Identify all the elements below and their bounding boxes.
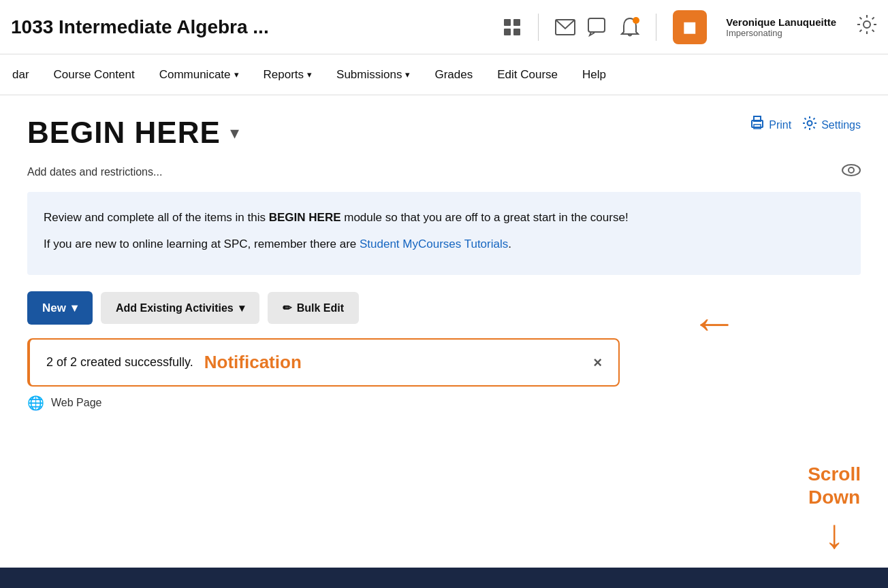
svg-point-6 (863, 21, 870, 28)
description-paragraph-2: If you are new to online learning at SPC… (44, 235, 844, 253)
divider-1 (538, 14, 539, 41)
nav-item-dar[interactable]: dar (0, 54, 42, 95)
nav-item-reports[interactable]: Reports ▾ (251, 54, 325, 95)
svg-rect-3 (513, 29, 520, 35)
chat-icon-button[interactable] (588, 18, 608, 37)
dates-text: Add dates and restrictions... (27, 166, 162, 178)
nav-label-dar: dar (12, 68, 29, 82)
nav-item-communicate[interactable]: Communicate ▾ (147, 54, 251, 95)
nav-item-submissions[interactable]: Submissions ▾ (324, 54, 422, 95)
chevron-down-icon: ▾ (234, 69, 239, 80)
web-page-row: 🌐 Web Page (27, 395, 861, 411)
notification-bar: 2 of 2 created successfully. Notificatio… (27, 338, 620, 387)
print-label: Print (769, 119, 791, 131)
avatar-icon: ◼ (682, 16, 697, 37)
svg-point-12 (849, 167, 854, 173)
nav-label-communicate: Communicate (159, 68, 231, 82)
notification-close-button[interactable]: × (593, 354, 602, 372)
header: 1033 Intermediate Algebra ... (0, 0, 888, 54)
nav-label-submissions: Submissions (336, 68, 402, 82)
page-title: 1033 Intermediate Algebra ... (11, 16, 503, 38)
user-name: Veronique Lanuqueitte (726, 16, 836, 28)
module-actions: Print Settings (750, 116, 861, 134)
user-role: Impersonating (726, 28, 836, 38)
chevron-down-icon: ▾ (405, 69, 410, 80)
divider-2 (656, 14, 656, 41)
web-page-icon: 🌐 (27, 395, 44, 411)
dates-row: Add dates and restrictions... (27, 163, 861, 181)
new-button-label: New (42, 301, 66, 315)
eye-icon[interactable] (842, 163, 861, 181)
module-title: BEGIN HERE (27, 116, 221, 150)
nav-item-help[interactable]: Help (570, 54, 618, 95)
notification-left: 2 of 2 created successfully. Notificatio… (46, 352, 302, 373)
add-existing-label: Add Existing Activities (116, 302, 234, 314)
nav-label-help: Help (582, 68, 606, 82)
notification-text: 2 of 2 created successfully. (46, 355, 193, 370)
notification-label: Notification (204, 352, 302, 373)
header-icons: ◼ Veronique Lanuqueitte Impersonating (503, 10, 877, 44)
nav-item-edit-course[interactable]: Edit Course (485, 54, 570, 95)
description-line2-end: . (508, 238, 511, 250)
add-existing-chevron-icon: ▾ (239, 301, 244, 314)
bell-icon-button[interactable] (620, 17, 639, 37)
description-paragraph-1: Review and complete all of the items in … (44, 208, 844, 227)
description-text-end: module so that you are off to a great st… (341, 211, 629, 224)
settings-icon-button[interactable] (857, 14, 877, 39)
scroll-text: ScrollDown (808, 463, 861, 508)
print-icon (750, 116, 765, 134)
web-page-label: Web Page (51, 397, 101, 409)
add-existing-button[interactable]: Add Existing Activities ▾ (101, 292, 259, 324)
notification-dot (633, 17, 639, 24)
scroll-down-annotation: ScrollDown ↓ (808, 463, 861, 555)
mail-icon-button[interactable] (555, 19, 575, 35)
print-button[interactable]: Print (750, 116, 791, 134)
svg-rect-1 (513, 19, 520, 26)
description-line2-start: If you are new to online learning at SPC… (44, 238, 360, 250)
chevron-down-icon: ▾ (307, 69, 312, 80)
gear-icon (802, 116, 817, 134)
bottom-bar (0, 568, 888, 588)
nav-item-grades[interactable]: Grades (422, 54, 485, 95)
nav-label-grades: Grades (434, 68, 473, 82)
settings-button[interactable]: Settings (802, 116, 861, 134)
nav-item-course-content[interactable]: Course Content (42, 54, 147, 95)
bulk-edit-icon: ✏ (283, 301, 291, 314)
bulk-edit-button[interactable]: ✏ Bulk Edit (268, 292, 359, 324)
tutorials-link[interactable]: Student MyCourses Tutorials (360, 238, 508, 250)
nav-label-course-content: Course Content (54, 68, 135, 82)
description-bold: BEGIN HERE (269, 211, 341, 224)
settings-label: Settings (821, 119, 861, 131)
svg-point-11 (842, 165, 860, 176)
module-title-row: BEGIN HERE ▾ (27, 116, 861, 150)
main-content: BEGIN HERE ▾ Print Settings (0, 95, 888, 431)
svg-rect-0 (504, 19, 511, 26)
grid-icon-button[interactable] (503, 18, 522, 37)
avatar: ◼ (673, 10, 707, 44)
svg-point-10 (808, 121, 812, 126)
new-button-chevron-icon: ▾ (72, 301, 78, 315)
nav-label-reports: Reports (264, 68, 304, 82)
new-button[interactable]: New ▾ (27, 291, 93, 325)
svg-rect-2 (504, 29, 511, 35)
module-title-chevron-icon[interactable]: ▾ (230, 122, 239, 144)
description-text-start: Review and complete all of the items in … (44, 211, 269, 224)
svg-rect-5 (588, 18, 605, 32)
description-box: Review and complete all of the items in … (27, 192, 861, 275)
user-info: Veronique Lanuqueitte Impersonating (726, 16, 836, 38)
arrow-left-annotation: ← (691, 295, 738, 350)
nav-bar: dar Course Content Communicate ▾ Reports… (0, 54, 888, 95)
nav-label-edit-course: Edit Course (497, 68, 558, 82)
scroll-down-arrow-icon: ↓ (824, 514, 844, 555)
bulk-edit-label: Bulk Edit (297, 302, 344, 314)
